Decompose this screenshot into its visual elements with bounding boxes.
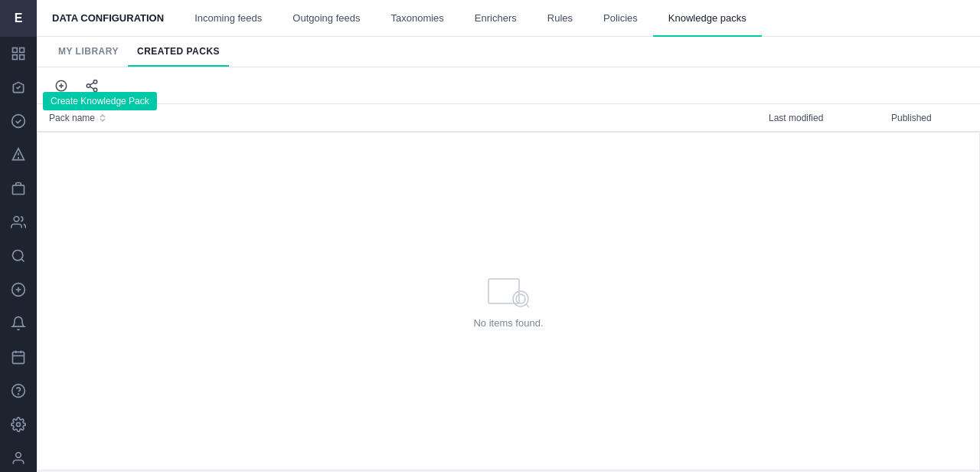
svg-point-4 xyxy=(12,115,25,128)
share-button[interactable] xyxy=(80,74,104,98)
sort-icon xyxy=(98,113,107,123)
nav-data-configuration[interactable]: DATA CONFIGURATION xyxy=(37,0,179,37)
svg-point-6 xyxy=(18,158,19,159)
tab-created-packs[interactable]: CREATED PACKS xyxy=(128,36,229,67)
sidebar: E xyxy=(0,0,37,472)
nav-enrichers[interactable]: Enrichers xyxy=(459,0,532,37)
svg-point-33 xyxy=(516,294,525,303)
svg-point-8 xyxy=(14,217,19,222)
nav-policies[interactable]: Policies xyxy=(588,0,653,37)
empty-state-container: No items found. xyxy=(37,132,980,470)
sidebar-item-alerts[interactable] xyxy=(0,70,37,104)
sidebar-item-user-profile[interactable] xyxy=(0,441,37,472)
svg-rect-2 xyxy=(13,55,18,60)
nav-outgoing-feeds[interactable]: Outgoing feeds xyxy=(277,0,375,37)
nav-rules[interactable]: Rules xyxy=(532,0,588,37)
nav-taxonomies[interactable]: Taxonomies xyxy=(375,0,459,37)
svg-point-19 xyxy=(18,394,19,395)
tab-my-library[interactable]: MY LIBRARY xyxy=(49,36,128,67)
create-knowledge-pack-button[interactable] xyxy=(49,74,74,98)
svg-point-20 xyxy=(17,423,21,427)
sidebar-item-incidents[interactable] xyxy=(0,138,37,172)
svg-line-10 xyxy=(21,259,24,262)
column-header-last-modified: Last modified xyxy=(769,113,891,123)
empty-state: No items found. xyxy=(473,274,543,329)
sidebar-item-settings[interactable] xyxy=(0,408,37,441)
svg-point-21 xyxy=(16,453,21,458)
sidebar-item-notifications[interactable] xyxy=(0,306,37,340)
empty-state-icon xyxy=(487,274,530,308)
sub-navigation: MY LIBRARY CREATED PACKS xyxy=(37,37,980,67)
svg-point-9 xyxy=(13,251,23,261)
svg-rect-0 xyxy=(13,48,18,53)
svg-rect-30 xyxy=(488,279,519,303)
svg-line-32 xyxy=(526,304,529,307)
svg-rect-14 xyxy=(13,352,24,363)
sidebar-item-calendar[interactable] xyxy=(0,340,37,374)
table-header-row: Pack name Last modified Published xyxy=(37,104,980,132)
app-logo[interactable]: E xyxy=(0,0,37,37)
top-navigation: DATA CONFIGURATION Incoming feeds Outgoi… xyxy=(37,0,980,37)
sidebar-bottom xyxy=(0,306,37,472)
nav-incoming-feeds[interactable]: Incoming feeds xyxy=(179,0,277,37)
svg-point-25 xyxy=(93,80,97,84)
svg-rect-3 xyxy=(20,55,24,60)
sidebar-item-dashboard[interactable] xyxy=(0,37,37,70)
sidebar-item-detection[interactable] xyxy=(0,104,37,138)
svg-rect-1 xyxy=(20,48,24,53)
svg-rect-7 xyxy=(13,185,24,195)
nav-knowledge-packs[interactable]: Knowledge packs xyxy=(653,0,762,37)
column-header-pack-name[interactable]: Pack name xyxy=(49,113,769,123)
svg-line-28 xyxy=(90,87,93,89)
table-body: No items found. xyxy=(37,132,980,472)
sidebar-item-help[interactable] xyxy=(0,374,37,408)
sidebar-item-integrations[interactable] xyxy=(0,205,37,239)
page-content: Create Knowledge Pack Pack name Last mod… xyxy=(37,67,980,472)
sidebar-item-cases[interactable] xyxy=(0,172,37,205)
column-header-published: Published xyxy=(891,113,968,123)
content-toolbar: Create Knowledge Pack xyxy=(37,67,980,104)
svg-line-29 xyxy=(90,82,93,84)
sidebar-item-add[interactable] xyxy=(0,273,37,306)
main-content: DATA CONFIGURATION Incoming feeds Outgoi… xyxy=(37,0,980,472)
svg-point-27 xyxy=(93,88,97,92)
empty-state-message: No items found. xyxy=(473,317,543,329)
svg-point-26 xyxy=(87,84,90,87)
sidebar-item-search[interactable] xyxy=(0,239,37,273)
